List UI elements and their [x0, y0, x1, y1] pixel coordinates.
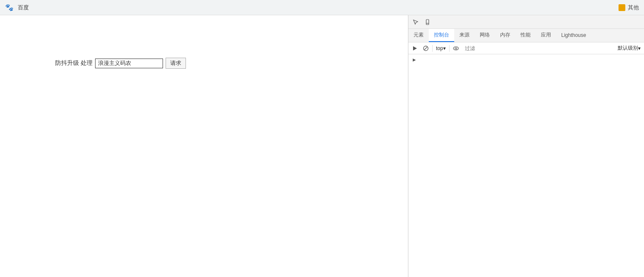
baidu-favicon: 🐾: [5, 3, 14, 11]
page-input[interactable]: [95, 59, 163, 68]
console-content: ►: [408, 54, 644, 277]
log-level-selector[interactable]: 默认级别 ▾: [616, 44, 642, 53]
tab-network[interactable]: 网络: [475, 29, 495, 42]
request-button[interactable]: 请求: [166, 58, 186, 69]
svg-point-5: [453, 47, 458, 50]
top-context-selector[interactable]: top ▾: [434, 45, 447, 52]
svg-rect-0: [426, 20, 429, 25]
bookmarks-bar: 其他: [619, 4, 639, 11]
console-toolbar: top ▾ 默认级别 ▾: [408, 42, 644, 54]
tab-sources[interactable]: 来源: [454, 29, 475, 42]
console-clear-button[interactable]: [421, 44, 430, 53]
tab-application[interactable]: 应用: [536, 29, 556, 42]
top-label: top: [436, 45, 443, 51]
page-tab-title: 百度: [18, 4, 29, 11]
eye-button[interactable]: [451, 44, 461, 53]
other-bookmarks-label: 其他: [628, 4, 639, 11]
page-label: 防抖升级 处理: [55, 59, 93, 67]
svg-line-4: [424, 47, 427, 50]
top-dropdown-icon: ▾: [443, 45, 446, 51]
console-prompt[interactable]: ►: [408, 56, 644, 64]
svg-point-6: [455, 48, 457, 49]
console-play-button[interactable]: [410, 44, 419, 53]
filter-input[interactable]: [462, 45, 614, 52]
console-separator-2: [449, 45, 450, 52]
page-content: 防抖升级 处理 请求: [0, 15, 408, 277]
devtools-top-toolbar: [408, 15, 644, 29]
tab-memory[interactable]: 内存: [495, 29, 515, 42]
main-area: 防抖升级 处理 请求 元素 控制台: [0, 15, 644, 277]
tab-lighthouse[interactable]: Lighthouse: [556, 29, 591, 42]
svg-marker-2: [413, 46, 417, 50]
devtools-panel: 元素 控制台 来源 网络 内存 性能 应用 Lighthouse: [408, 15, 644, 277]
tab-elements[interactable]: 元素: [408, 29, 429, 42]
browser-topbar: 🐾 百度 其他: [0, 0, 644, 15]
device-toolbar-button[interactable]: [422, 17, 433, 28]
level-dropdown-icon: ▾: [638, 45, 641, 51]
console-separator-1: [432, 45, 433, 52]
bookmark-folder-icon: [619, 4, 625, 11]
inspect-element-button[interactable]: [410, 17, 421, 28]
tab-performance[interactable]: 性能: [515, 29, 536, 42]
devtools-tabs: 元素 控制台 来源 网络 内存 性能 应用 Lighthouse: [408, 29, 644, 42]
level-label: 默认级别: [618, 45, 638, 52]
page-row: 防抖升级 处理 请求: [55, 58, 399, 69]
tab-console[interactable]: 控制台: [429, 29, 454, 42]
